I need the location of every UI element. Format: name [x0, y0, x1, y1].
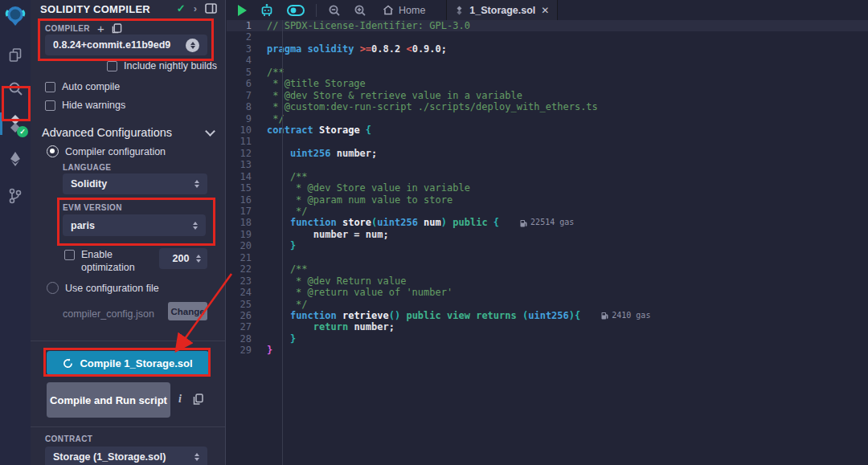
line-number: 19 [227, 229, 267, 240]
compile-and-run-button[interactable]: Compile and Run script [47, 382, 170, 418]
compiler-configuration-label: Compiler configuration [65, 146, 166, 157]
line-number: 17 [227, 206, 267, 217]
optimization-runs-value: 200 [166, 253, 196, 264]
contract-section-label: CONTRACT [45, 434, 92, 443]
code-line-13[interactable]: 13 [227, 159, 868, 170]
use-configuration-file-radio[interactable] [47, 282, 59, 294]
code-line-28[interactable]: 28 } [227, 333, 868, 345]
code-line-2[interactable]: 2 [227, 31, 868, 43]
line-number: 8 [227, 101, 267, 112]
info-icon[interactable]: i [178, 393, 182, 406]
tab-1-storage-sol[interactable]: 1_Storage.sol ✕ [446, 0, 558, 20]
copy-compiler-config-icon[interactable] [112, 23, 122, 34]
tab-file-label: 1_Storage.sol [469, 5, 535, 16]
git-icon[interactable] [0, 180, 31, 212]
code-line-10[interactable]: 10contract Storage { [227, 124, 868, 136]
language-select[interactable]: Solidity [63, 173, 207, 194]
compiler-version-select[interactable]: 0.8.24+commit.e11b9ed9 [45, 35, 207, 55]
divider [31, 426, 225, 427]
code-line-9[interactable]: 9 */ [227, 113, 868, 124]
version-spinner-icon[interactable] [186, 39, 199, 52]
tab-home-label: Home [399, 5, 425, 16]
code-line-14[interactable]: 14 /** [227, 171, 868, 182]
line-number: 22 [227, 263, 267, 275]
code-line-27[interactable]: 27 return number; [227, 321, 868, 332]
optimization-runs-input[interactable]: 200 [159, 248, 207, 269]
deploy-and-run-icon[interactable] [0, 143, 31, 175]
add-compiler-icon[interactable]: + [97, 24, 104, 34]
code-line-16[interactable]: 16 * @param num value to store [227, 194, 868, 206]
compile-button-label: Compile 1_Storage.sol [80, 357, 192, 369]
home-icon [383, 5, 394, 15]
contract-select[interactable]: Storage (1_Storage.sol) [45, 447, 207, 465]
solidity-compiler-icon[interactable]: ✓ [0, 108, 31, 140]
refresh-icon [63, 358, 73, 369]
run-script-play-icon[interactable] [227, 5, 253, 16]
advanced-configurations-header[interactable]: Advanced Configurations [42, 126, 214, 139]
code-line-3[interactable]: 3pragma solidity >=0.8.2 <0.9.0; [227, 43, 868, 55]
code-line-21[interactable]: 21 [227, 252, 868, 263]
code-line-17[interactable]: 17 */ [227, 206, 868, 217]
code-line-11[interactable]: 11 [227, 136, 868, 147]
line-number: 20 [227, 240, 267, 251]
chevron-right-icon[interactable]: › [194, 2, 197, 14]
code-line-26[interactable]: 26 function retrieve() public view retur… [227, 310, 868, 321]
compile-button[interactable]: Compile 1_Storage.sol [47, 351, 209, 375]
contract-value: Storage (1_Storage.sol) [53, 451, 194, 463]
compiler-section-label: COMPILER [45, 24, 90, 33]
code-editor[interactable]: 1// SPDX-License-Identifier: GPL-3.023pr… [227, 20, 868, 465]
code-line-5[interactable]: 5/** [227, 67, 868, 78]
code-line-25[interactable]: 25 */ [227, 299, 868, 310]
code-line-12[interactable]: 12 uint256 number; [227, 148, 868, 159]
editor-area: Home 1_Storage.sol ✕ 1// SPDX-License-Id… [227, 0, 868, 465]
line-number: 29 [227, 345, 267, 356]
code-line-7[interactable]: 7 * @dev Store & retrieve value in a var… [227, 90, 868, 101]
compiler-configuration-radio[interactable] [47, 145, 59, 157]
enable-optimization-label: Enable optimization [81, 248, 152, 274]
close-tab-icon[interactable]: ✕ [541, 5, 549, 16]
line-number: 5 [227, 67, 267, 78]
code-line-19[interactable]: 19 number = num; [227, 229, 868, 240]
remix-logo-icon[interactable] [0, 0, 31, 32]
code-line-8[interactable]: 8 * @custom:dev-run-script ./scripts/dep… [227, 101, 868, 112]
code-line-23[interactable]: 23 * @dev Return value [227, 275, 868, 287]
change-config-button[interactable]: Change [168, 302, 207, 320]
line-number: 18 [227, 217, 267, 228]
panel-layout-icon[interactable] [205, 3, 217, 14]
hide-warnings-checkbox[interactable] [45, 100, 55, 111]
line-number: 10 [227, 124, 267, 136]
code-line-1[interactable]: 1// SPDX-License-Identifier: GPL-3.0 [227, 20, 868, 31]
ai-assistant-robot-icon[interactable] [253, 3, 280, 18]
file-explorer-icon[interactable] [0, 39, 31, 71]
code-line-18[interactable]: 18 function store(uint256 num) public {2… [227, 217, 868, 228]
search-icon[interactable] [0, 72, 31, 104]
code-line-20[interactable]: 20 } [227, 240, 868, 251]
code-line-29[interactable]: 29} [227, 345, 868, 356]
ai-toggle-icon[interactable] [280, 5, 311, 16]
zoom-in-icon[interactable] [347, 4, 373, 17]
line-number: 23 [227, 275, 267, 287]
panel-title: SOLIDITY COMPILER [40, 3, 150, 15]
line-number: 13 [227, 159, 267, 170]
use-configuration-file-label: Use configuration file [65, 283, 159, 294]
auto-compile-checkbox[interactable] [45, 82, 55, 92]
compiler-version-value: 0.8.24+commit.e11b9ed9 [53, 39, 186, 51]
tab-home[interactable]: Home [373, 5, 435, 16]
line-number: 24 [227, 287, 267, 298]
code-line-6[interactable]: 6 * @title Storage [227, 78, 868, 89]
code-line-15[interactable]: 15 * @dev Store value in variable [227, 182, 868, 194]
hide-warnings-label: Hide warnings [62, 100, 125, 111]
include-nightly-checkbox[interactable] [107, 61, 117, 71]
updown-arrows-icon [196, 255, 201, 263]
gutter-separator [282, 20, 283, 465]
enable-optimization-checkbox[interactable] [64, 250, 75, 260]
code-line-24[interactable]: 24 * @return value of 'number' [227, 287, 868, 298]
zoom-out-icon[interactable] [321, 4, 347, 17]
evm-version-select[interactable]: paris [63, 214, 206, 236]
code-line-4[interactable]: 4 [227, 55, 868, 66]
copy-icon[interactable] [193, 394, 203, 405]
code-line-22[interactable]: 22 /** [227, 263, 868, 275]
solidity-file-icon [455, 5, 464, 16]
language-label: LANGUAGE [63, 163, 111, 172]
line-number: 1 [227, 20, 267, 31]
